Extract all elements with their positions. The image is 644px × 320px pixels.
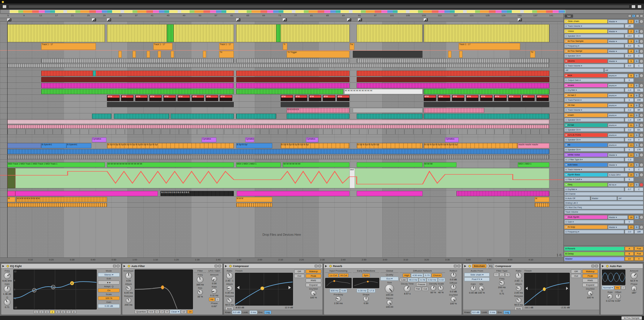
clip[interactable] [236,71,349,76]
comp1-makeup-toggle[interactable]: Makeup [306,269,321,273]
pan-value[interactable]: 10L [634,88,643,92]
solo-button[interactable]: S [634,123,639,127]
clip[interactable]: B-Syl B-Syl B-Syl B-Syl B-Syl [281,143,349,148]
clip[interactable] [357,114,423,119]
track-name[interactable]: Voice [564,29,607,33]
comp2-display[interactable] [524,273,570,306]
clip[interactable]: BFM [192,95,204,101]
reverb-drywet-knob[interactable]: Dry/Wet 100 % [449,294,458,305]
clip[interactable] [459,51,462,58]
track-header[interactable]: fx loopMaster ▾19S⊙ Frequency ▾-3.018R [564,225,643,235]
track-activator-icon[interactable] [565,94,567,96]
track-lane[interactable]: TriTri TriggerTri [0,51,563,58]
comp2-peak-toggle[interactable]: Peak [582,274,598,278]
clip[interactable] [15,168,550,188]
arm-button[interactable] [639,123,643,127]
comp2-knee-value[interactable]: 6.0 dB [471,310,481,314]
device-reverb[interactable]: Reverb Input Processing Lo Cut Hi Cut [324,263,462,315]
clip[interactable] [167,24,174,42]
eq-freq-knob[interactable]: Freq 6.81 kHz [2,269,12,282]
clip[interactable] [41,89,234,94]
track-header[interactable]: Hi Hardrums ▾9S⊙ Track Volume ▾-0.28R [564,103,643,113]
device-titlebar[interactable]: Auto Filter [122,264,222,269]
track-lane[interactable] [0,24,563,43]
automation-control-select[interactable]: ⊙ Track Volume ▾ [564,64,624,68]
hot-swap-icon[interactable] [454,265,457,267]
af-envelope-knob[interactable]: Envelope 0.00 [124,269,133,282]
clip[interactable] [147,51,150,58]
track-lane[interactable]: BFMBFMBFMBFMBFMBFMBFMBFMBFMBFMBFMBFMBFMB… [0,95,563,102]
beat-time-ruler[interactable]: 5913172125293337414549535761656973778185… [0,14,563,18]
solo-button[interactable]: S [634,39,639,43]
fold-icon[interactable] [464,265,467,267]
return-track-name[interactable]: A Reverb [564,247,624,251]
locator-marker[interactable]: 7 [347,18,351,21]
track-lane[interactable] [0,83,563,89]
clip[interactable]: MI MI MI [424,162,456,167]
comp2-makeup-toggle[interactable]: Makeup [582,269,598,273]
clip[interactable] [7,149,549,154]
track-lane[interactable]: B-S B-S B-S B-S B-S B-S B-S [0,191,563,197]
sub-control[interactable]: Master [591,196,617,200]
clip[interactable]: BFM [480,95,493,101]
solo-button[interactable]: S [634,163,639,167]
comp1-gr-toggle[interactable]: GR [294,269,304,273]
automation-control-select[interactable]: ⊙ Dry/Wet ▾ [564,187,624,191]
locator-marker[interactable]: 8 [424,18,428,21]
clip[interactable]: B-Syl B-Syl [236,143,272,148]
af-quantize-button[interactable]: Quantize [135,310,147,314]
af-filter-display[interactable] [135,269,193,309]
clip[interactable] [236,59,349,63]
track-routing-select[interactable]: Master ▾ [608,49,628,53]
save-preset-icon[interactable] [117,265,120,267]
comp2-audio-from-select[interactable]: Side chain ▾ [464,273,490,277]
reverb-high-freq[interactable]: 4.50 kHz [411,273,423,277]
clip[interactable]: Tri [530,51,535,58]
locator-marker[interactable]: 3 [107,18,111,21]
comp1-attack-knob[interactable]: Attack 0.30 ms [225,283,233,294]
eq-band-button[interactable]: 1 [34,310,38,314]
automation-control-select[interactable]: ⊙ Speaker On ▾ [564,148,624,152]
reverb-low-toggle[interactable]: Low [400,278,407,282]
clip[interactable] [7,64,549,67]
hot-swap-icon[interactable] [215,265,218,267]
clip[interactable] [353,108,423,113]
clip[interactable]: BFM [424,95,436,101]
reverb-in-q[interactable]: 5.85 [340,289,347,293]
clip[interactable]: Cymatics [202,137,216,142]
clip[interactable] [357,71,549,76]
clip[interactable] [41,71,234,76]
sub-control[interactable]: All Channe [564,192,643,196]
device-on-icon[interactable] [329,265,332,267]
volume-value[interactable]: -5.0 [625,54,634,58]
eq-edit-button[interactable]: ● ● [98,281,120,285]
reverb-reflect-knob[interactable]: Reflect 0.0 dB [450,269,457,281]
clip[interactable] [7,191,15,196]
pan-value[interactable]: 32L [634,128,643,132]
clip[interactable]: BFM [107,95,119,101]
arm-button[interactable] [639,29,643,33]
comp1-out-toggle[interactable]: Out [294,274,304,278]
device-on-icon[interactable] [229,265,232,267]
eq-band-button[interactable]: 7 [66,310,71,314]
autopan-amount-knob[interactable]: Amount 52.4 % [630,269,638,282]
comp2-filter-shape-3[interactable]: ∿ [505,273,510,277]
track-activator-icon[interactable] [565,226,567,228]
clip[interactable] [92,114,112,119]
clip[interactable] [7,155,549,159]
track-activator-icon[interactable] [565,164,567,166]
hot-swap-icon[interactable] [113,265,116,267]
clip[interactable] [276,24,281,42]
eq-mode-select[interactable]: Stereo ▾ [98,273,120,277]
automation-control-select[interactable]: ⊙ Gain ▾ [564,220,624,224]
arm-button[interactable] [639,173,643,177]
reverb-cut-toggle[interactable]: Cut [422,287,429,291]
automation-control-select[interactable]: ⊙ Dry/Wet ▾ [564,88,624,92]
track-name[interactable]: sub bass [564,163,607,167]
volume-value[interactable]: -20 [625,24,634,28]
track-activator-icon[interactable] [565,40,567,42]
reverb-size-knob[interactable]: Size 100.00 [385,281,394,296]
fold-icon[interactable] [124,265,127,267]
clip[interactable] [133,51,136,58]
track-lane[interactable] [0,203,563,208]
